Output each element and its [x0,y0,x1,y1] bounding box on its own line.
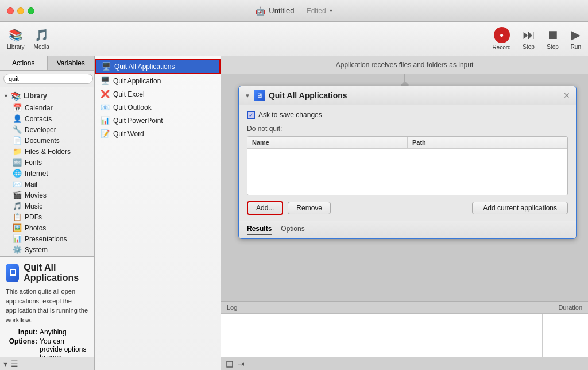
log-area: Log Duration ▤ ⇥ [221,301,588,370]
card-title: Quit All Applications [269,91,560,100]
search-input[interactable] [3,74,93,84]
log-align-icon[interactable]: ⇥ [238,359,245,368]
info-description: This action quits all open applications,… [6,287,88,325]
sidebar-item-label-documents: Documents [25,137,60,145]
media-icon: 🎵 [34,28,49,42]
step-label: Step [523,44,535,50]
search-bar: ✕ [0,71,94,87]
add-button[interactable]: Add... [247,201,283,215]
log-table-icon[interactable]: ▤ [226,359,233,368]
action-item-quit-all[interactable]: 🖥️ Quit All Applications [95,59,220,74]
info-field-input: Input: Anything [6,328,88,336]
traffic-lights[interactable] [7,7,34,14]
sidebar-item-internet[interactable]: 🌐 Internet [0,168,94,179]
library-media-group: 📚 Library 🎵 Media [7,28,49,50]
info-title: Quit All Applications [24,263,88,283]
col-path-header: Path [408,137,567,148]
sidebar-item-mail[interactable]: ✉️ Mail [0,179,94,190]
checkbox-row: ✓ Ask to save changes [247,111,568,119]
edited-indicator: — Edited [297,7,326,15]
media-label: Media [34,44,49,50]
run-label: Run [571,44,581,50]
system-icon: ⚙️ [13,245,22,254]
log-main [221,314,542,357]
canvas-header: Application receives files and folders a… [221,56,588,74]
app-icon: 🖥 [6,264,19,282]
ask-save-checkbox[interactable]: ✓ [247,111,255,119]
library-icon: 📚 [9,28,23,42]
quit-powerpoint-icon: 📊 [100,116,110,125]
action-item-label-quit-powerpoint: Quit PowerPoint [113,117,163,125]
stop-button[interactable]: ⏹ Stop [547,28,559,50]
sidebar-item-label-calendar: Calendar [25,104,53,112]
title-chevron-icon[interactable]: ▾ [330,7,332,14]
title-area: 🤖 Untitled — Edited ▾ [256,6,332,16]
action-item-quit-excel[interactable]: ❌ Quit Excel [95,87,220,101]
tab-variables[interactable]: Variables [48,56,95,70]
action-item-quit-word[interactable]: 📝 Quit Word [95,127,220,140]
sidebar-item-system[interactable]: ⚙️ System [0,244,94,255]
media-button[interactable]: 🎵 Media [34,28,49,50]
sidebar-item-label-contacts: Contacts [25,115,52,123]
do-not-quit-table: Name Path [247,136,568,195]
workflow-area: ▼ 🖥 Quit All Applications ✕ ✓ Ask to sav… [221,74,588,301]
do-not-quit-label: Do not quit: [247,125,568,133]
tab-results[interactable]: Results [247,225,272,235]
sidebar-item-fonts[interactable]: 🔤 Fonts [0,157,94,168]
calendar-icon: 📅 [13,103,22,112]
sidebar-item-label-movies: Movies [25,191,47,199]
sidebar-item-developer[interactable]: 🔧 Developer [0,124,94,135]
sidebar-down-chevron-icon[interactable]: ▾ [3,359,7,368]
sidebar-item-presentations[interactable]: 📊 Presentations [0,233,94,244]
minimize-button[interactable] [17,7,24,14]
pdfs-icon: 📋 [13,213,22,221]
card-close-icon[interactable]: ✕ [563,91,570,100]
sidebar-item-label-music: Music [25,202,42,210]
sidebar-list-icon[interactable]: ☰ [11,359,18,368]
main-layout: Actions Variables ✕ ▼ 📚 Library 📅 Calend… [0,56,588,370]
sidebar-item-movies[interactable]: 🎬 Movies [0,190,94,201]
record-label: Record [492,44,510,51]
sidebar-item-calendar[interactable]: 📅 Calendar [0,102,94,113]
tab-actions[interactable]: Actions [0,56,48,70]
info-panel: 🖥 Quit All Applications This action quit… [0,256,94,357]
title-bar: 🤖 Untitled — Edited ▾ [0,0,588,22]
developer-icon: 🔧 [13,125,22,134]
canvas-header-text: Application receives files and folders a… [336,61,473,69]
run-button[interactable]: ▶ Run [571,28,581,50]
card-header: ▼ 🖥 Quit All Applications ✕ [239,86,576,105]
music-icon: 🎵 [13,202,22,210]
card-collapse-icon[interactable]: ▼ [245,92,250,99]
library-section-header[interactable]: ▼ 📚 Library [0,90,94,102]
add-current-button[interactable]: Add current applications [472,202,568,214]
sidebar-item-music[interactable]: 🎵 Music [0,201,94,211]
info-field-options: Options: You can provide options to save… [6,337,88,357]
sidebar-item-documents[interactable]: 📄 Documents [0,135,94,146]
maximize-button[interactable] [28,7,34,14]
close-button[interactable] [7,7,14,14]
record-button[interactable]: ● Record [492,27,510,51]
tab-options[interactable]: Options [281,225,304,235]
action-item-quit-app[interactable]: 🖥️ Quit Application [95,74,220,87]
action-item-label-quit-outlook: Quit Outlook [113,103,152,111]
log-label: Log [227,304,237,311]
action-item-quit-outlook[interactable]: 📧 Quit Outlook [95,101,220,114]
library-button[interactable]: 📚 Library [7,28,25,50]
sidebar-item-photos[interactable]: 🖼️ Photos [0,222,94,233]
quit-app-icon: 🖥️ [100,76,110,85]
step-button[interactable]: ⏭ Step [523,28,535,50]
log-body [221,314,588,357]
section-arrow-icon: ▼ [3,93,9,99]
sidebar-item-files-folders[interactable]: 📁 Files & Folders [0,146,94,157]
main-canvas: Application receives files and folders a… [221,56,588,370]
remove-button[interactable]: Remove [288,202,331,214]
sidebar-item-pdfs[interactable]: 📋 PDFs [0,211,94,222]
sidebar-bottom-toolbar: ▾ ☰ [0,357,94,370]
action-item-label-quit-app: Quit Application [113,77,161,85]
log-duration-col [542,314,588,357]
step-icon: ⏭ [523,28,535,43]
movies-icon: 🎬 [13,191,22,199]
sidebar-item-contacts[interactable]: 👤 Contacts [0,113,94,124]
window-title: Untitled [269,6,294,15]
action-item-quit-powerpoint[interactable]: 📊 Quit PowerPoint [95,114,220,127]
